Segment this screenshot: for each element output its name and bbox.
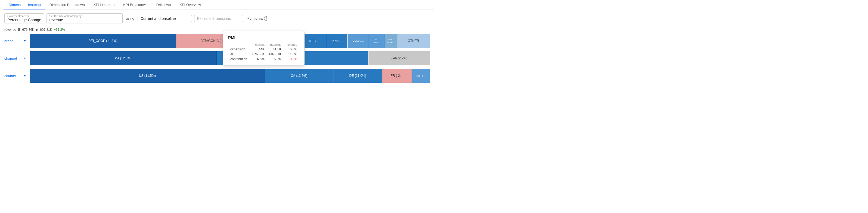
dim-label-country: country	[4, 74, 23, 78]
comparison-value: Current and baseline	[141, 16, 189, 21]
tooltip-cell-label: all	[228, 52, 250, 57]
tab-dimension-heatmap[interactable]: Dimension Heatmap	[4, 0, 45, 10]
tooltip-header-label	[228, 43, 250, 47]
tooltip-cell-current: 676.36K	[250, 52, 267, 57]
bar-thu-tim[interactable]: THU...TIM...	[369, 34, 385, 48]
tab-kpi-breakdown[interactable]: KPI Breakdown	[119, 0, 152, 10]
dim-chevron-brand[interactable]: ▼	[23, 39, 30, 43]
dim-row-country: country ▼ US (11.5%) CA (12.5%) DE (11.0…	[4, 69, 430, 83]
tab-drilldown[interactable]: Drilldown	[152, 0, 175, 10]
tooltip-table: current baseline change dimension 44K 41…	[228, 43, 300, 61]
dim-chevron-channel[interactable]: ▼	[23, 57, 30, 60]
tooltip-cell-label: dimension	[228, 47, 250, 52]
size-heatmap-value: revenue	[50, 18, 120, 22]
comparison-control[interactable]: Current and baseline	[137, 15, 192, 22]
tooltip-row-all: all 676.36K 607.81K +11.3%	[228, 52, 300, 57]
tooltip-row-dimension: dimension 44K 41.5K +6.0%	[228, 47, 300, 52]
tab-dimension-breakdown[interactable]: Dimension Breakdown	[45, 0, 89, 10]
formulas-label: Formulas: ?	[247, 16, 269, 21]
stat-current: 676.36K	[22, 28, 34, 32]
color-heatmap-control[interactable]: Color heatmap by Percentage Change	[4, 14, 44, 23]
tooltip-cell-label: contribution	[228, 57, 250, 61]
bar-de[interactable]: DE (11.0%)	[333, 69, 382, 83]
tooltip-title: PMI	[228, 35, 300, 40]
formulas-text: Formulas:	[247, 16, 263, 21]
tooltip: PMI current baseline change dimension 44…	[223, 31, 305, 65]
heatmap-area: PMI current baseline change dimension 44…	[0, 34, 434, 83]
stat-baseline: 607.81K	[40, 28, 52, 32]
tooltip-cell-current: 6.5%	[250, 57, 267, 61]
stat-square-icon	[18, 28, 21, 31]
using-text: using	[125, 16, 135, 21]
bar-other-brand[interactable]: OTHER	[397, 34, 430, 48]
size-heatmap-label: Set the size of heatmap by	[50, 15, 120, 18]
dim-row-brand: brand ▼ REI_COOP (11.1%) PATAGONIA (-4.2…	[4, 34, 430, 48]
bar-web[interactable]: web (2.9%)	[369, 51, 430, 65]
tab-kpi-overview[interactable]: KPI Overview	[175, 0, 205, 10]
dim-label-brand: brand	[4, 39, 23, 43]
controls-row: Color heatmap by Percentage Change Set t…	[0, 10, 434, 27]
exclude-dimensions-value: Exclude dimensions	[197, 16, 240, 21]
dim-label-channel: channel	[4, 56, 23, 60]
tooltip-header-current: current	[250, 43, 267, 47]
bar-yeti[interactable]: YETI (...	[301, 34, 326, 48]
stat-metric-label: revenue	[4, 28, 16, 32]
stat-arrow-icon: ▶	[36, 28, 38, 32]
stat-change: +11.3%	[54, 28, 65, 32]
size-heatmap-control[interactable]: Set the size of heatmap by revenue	[46, 14, 123, 23]
bar-us[interactable]: US (11.5%)	[30, 69, 265, 83]
dim-row-channel: channel ▼ ios (12.0%) android (14.7%) we…	[4, 51, 430, 65]
tooltip-header-change: change	[284, 43, 300, 47]
tooltip-cell-baseline: 41.5K	[267, 47, 284, 52]
bar-ca[interactable]: CA (12.5%)	[265, 69, 333, 83]
bar-pran[interactable]: PRAN...	[326, 34, 347, 48]
color-heatmap-value: Percentage Change	[7, 18, 41, 22]
dim-chevron-country[interactable]: ▼	[23, 74, 30, 77]
tooltip-cell-baseline: 6.8%	[267, 57, 284, 61]
dim-link-brand[interactable]: brand	[4, 39, 13, 43]
bar-sm-nike[interactable]: SM...NIKE...	[385, 34, 397, 48]
bar-rei-coop[interactable]: REI_COOP (11.1%)	[30, 34, 176, 48]
tooltip-cell-change: -0.3%	[284, 57, 300, 61]
bar-fr[interactable]: FR (-2....	[382, 69, 412, 83]
dim-link-country[interactable]: country	[4, 74, 16, 78]
bar-colum[interactable]: COLUM...	[347, 34, 369, 48]
bar-ios[interactable]: ios (12.0%)	[30, 51, 217, 65]
tab-kpi-heatmap[interactable]: KPI Heatmap	[89, 0, 119, 10]
dim-bars-country: US (11.5%) CA (12.5%) DE (11.0%) FR (-2.…	[30, 69, 430, 83]
dim-link-channel[interactable]: channel	[4, 56, 17, 60]
tooltip-cell-baseline: 607.81K	[267, 52, 284, 57]
formulas-help-icon[interactable]: ?	[264, 16, 269, 21]
exclude-dimensions-control[interactable]: Exclude dimensions	[194, 15, 243, 22]
tooltip-header-baseline: baseline	[267, 43, 284, 47]
tooltip-cell-change: +6.0%	[284, 47, 300, 52]
color-heatmap-label: Color heatmap by	[7, 15, 41, 18]
tooltip-cell-current: 44K	[250, 47, 267, 52]
stats-row: revenue 676.36K ▶ 607.81K +11.3%	[0, 27, 434, 34]
stat-metric: revenue	[4, 28, 16, 32]
tooltip-cell-change: +11.3%	[284, 52, 300, 57]
tooltip-row-contribution: contribution 6.5% 6.8% -0.3%	[228, 57, 300, 61]
nav-tabs: Dimension Heatmap Dimension Breakdown KP…	[0, 0, 434, 10]
bar-oth-country[interactable]: OTH...	[412, 69, 430, 83]
